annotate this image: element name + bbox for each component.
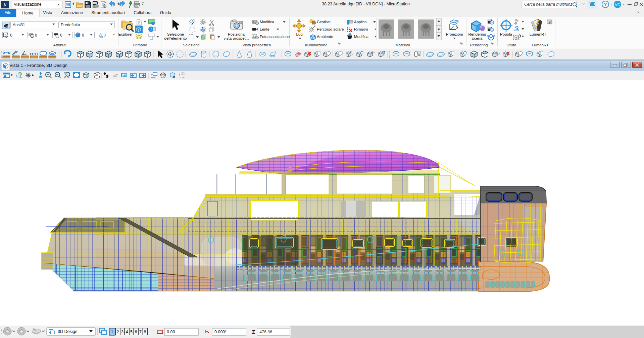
svg-text:2: 2 [117, 330, 119, 334]
svg-text:?: ? [604, 2, 607, 7]
svg-text:0.00: 0.00 [167, 330, 175, 334]
svg-text:3D Design: 3D Design [58, 329, 77, 334]
svg-text:Z: Z [252, 329, 255, 335]
svg-text:476.86: 476.86 [259, 330, 272, 334]
svg-text:0.000°: 0.000° [214, 330, 227, 334]
svg-text:VC: VC [615, 3, 620, 7]
svg-text:6: 6 [135, 330, 137, 334]
svg-text:7: 7 [139, 330, 142, 334]
svg-text:1: 1 [111, 330, 113, 334]
svg-text:3: 3 [121, 330, 123, 334]
svg-text:8: 8 [144, 330, 146, 334]
svg-text:4: 4 [126, 330, 128, 334]
svg-text:5: 5 [130, 330, 133, 334]
